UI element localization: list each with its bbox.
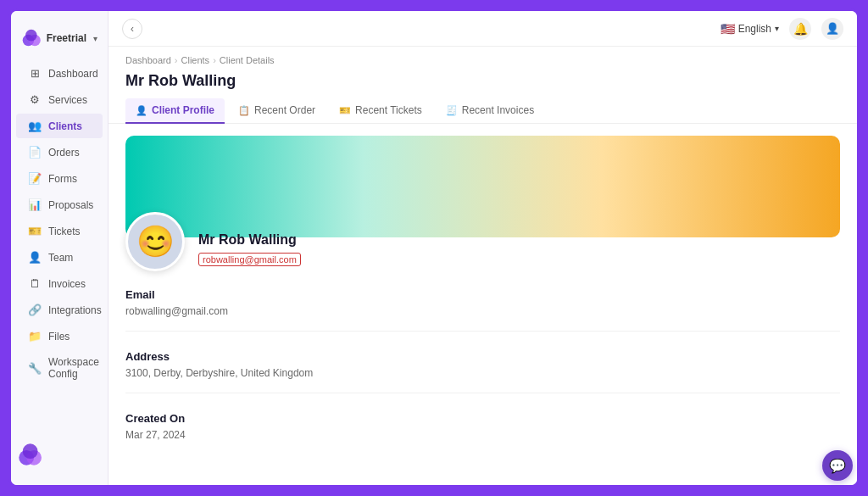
profile-avatar: 😊 — [125, 212, 185, 271]
notifications-bell[interactable]: 🔔 — [789, 18, 811, 40]
language-label: English — [738, 23, 771, 35]
back-button[interactable]: ‹ — [122, 19, 142, 39]
sidebar-item-forms[interactable]: 📝 Forms — [16, 166, 103, 191]
main-content: ‹ 🇺🇸 English ▾ 🔔 👤 Dashboard › — [108, 11, 857, 485]
breadcrumb-current: Client Details — [220, 55, 275, 65]
sidebar-item-orders[interactable]: 📄 Orders — [16, 140, 103, 164]
workspace-icon: 🔧 — [28, 362, 42, 375]
sidebar-chevron-icon: ▾ — [93, 34, 97, 43]
topbar-right: 🇺🇸 English ▾ 🔔 👤 — [721, 18, 843, 40]
forms-icon: 📝 — [28, 172, 42, 185]
tickets-icon: 🎫 — [28, 225, 42, 237]
detail-email-label: Email — [125, 288, 840, 301]
detail-address: Address 3100, Derby, Derbyshire, United … — [125, 350, 840, 393]
proposals-icon: 📊 — [28, 198, 42, 211]
sidebar-item-proposals[interactable]: 📊 Proposals — [16, 192, 103, 217]
tab-recent-invoices[interactable]: 🧾 Recent Invoices — [436, 98, 544, 124]
sidebar-logo-text: Freetrial — [47, 32, 86, 44]
clients-icon: 👥 — [28, 120, 42, 132]
breadcrumb-sep-1: › — [175, 55, 178, 65]
breadcrumb: Dashboard › Clients › Client Details — [108, 47, 857, 69]
chat-icon: 💬 — [829, 458, 846, 474]
detail-address-label: Address — [125, 350, 840, 363]
sidebar-label-forms: Forms — [48, 173, 77, 185]
sidebar-label-files: Files — [48, 331, 70, 343]
sidebar-label-services: Services — [48, 94, 87, 106]
profile-email-badge[interactable]: robwalling@gmail.com — [198, 253, 301, 266]
chat-bubble-button[interactable]: 💬 — [822, 450, 853, 481]
sidebar-bottom-logo — [18, 443, 42, 466]
services-icon: ⚙ — [28, 93, 42, 106]
sidebar-item-clients[interactable]: 👥 Clients — [16, 114, 103, 138]
detail-email-value: robwalling@gmail.com — [125, 305, 840, 317]
page-content: Dashboard › Clients › Client Details Mr … — [108, 47, 857, 485]
logo-icon — [21, 26, 42, 50]
sidebar-item-workspace-config[interactable]: 🔧 Workspace Config — [16, 350, 103, 386]
breadcrumb-clients[interactable]: Clients — [181, 55, 210, 65]
profile-name: Mr Rob Walling — [198, 232, 301, 248]
detail-address-value: 3100, Derby, Derbyshire, United Kingdom — [125, 367, 840, 379]
tab-recent-tickets[interactable]: 🎫 Recent Tickets — [329, 98, 432, 124]
sidebar-label-workspace: Workspace Config — [48, 356, 99, 380]
page-title: Mr Rob Walling — [108, 69, 857, 98]
tab-client-profile-icon: 👤 — [136, 105, 147, 116]
sidebar-bottom — [11, 436, 108, 476]
invoices-icon: 🗒 — [28, 277, 42, 290]
bell-icon: 🔔 — [793, 22, 808, 36]
topbar: ‹ 🇺🇸 English ▾ 🔔 👤 — [108, 11, 857, 47]
language-selector[interactable]: 🇺🇸 English ▾ — [721, 22, 779, 36]
tab-recent-tickets-label: Recent Tickets — [355, 104, 422, 116]
breadcrumb-sep-2: › — [213, 55, 216, 65]
orders-icon: 📄 — [28, 146, 42, 159]
sidebar-label-clients: Clients — [48, 120, 82, 132]
profile-info: Mr Rob Walling robwalling@gmail.com — [198, 232, 301, 271]
tab-client-profile-label: Client Profile — [152, 104, 214, 116]
details-section: Email robwalling@gmail.com Address 3100,… — [108, 271, 857, 454]
detail-created-label: Created On — [125, 412, 840, 425]
tab-recent-order-label: Recent Order — [254, 104, 315, 116]
detail-email: Email robwalling@gmail.com — [125, 288, 840, 332]
files-icon: 📁 — [28, 330, 42, 343]
detail-created-on: Created On Mar 27, 2024 — [125, 412, 840, 454]
tab-recent-tickets-icon: 🎫 — [339, 105, 351, 116]
sidebar-label-invoices: Invoices — [48, 278, 86, 290]
user-avatar-icon: 👤 — [826, 22, 839, 35]
lang-chevron-icon: ▾ — [775, 24, 779, 33]
flag-icon: 🇺🇸 — [721, 22, 735, 36]
sidebar-item-integrations[interactable]: 🔗 Integrations — [16, 298, 103, 322]
sidebar-logo[interactable]: Freetrial ▾ — [11, 20, 108, 60]
sidebar-item-services[interactable]: ⚙ Services — [16, 87, 103, 112]
tab-recent-order[interactable]: 📋 Recent Order — [228, 98, 326, 124]
tab-recent-order-icon: 📋 — [238, 105, 250, 116]
sidebar-item-tickets[interactable]: 🎫 Tickets — [16, 219, 103, 243]
avatar-emoji: 😊 — [136, 224, 175, 259]
sidebar-item-invoices[interactable]: 🗒 Invoices — [16, 271, 103, 296]
svg-point-2 — [25, 30, 37, 42]
breadcrumb-dashboard[interactable]: Dashboard — [125, 55, 171, 65]
sidebar-item-team[interactable]: 👤 Team — [16, 245, 103, 270]
sidebar-item-dashboard[interactable]: ⊞ Dashboard — [16, 61, 103, 86]
sidebar-item-files[interactable]: 📁 Files — [16, 324, 103, 348]
sidebar-label-proposals: Proposals — [48, 199, 93, 211]
integrations-icon: 🔗 — [28, 304, 42, 316]
sidebar-label-integrations: Integrations — [48, 304, 102, 316]
sidebar-label-tickets: Tickets — [48, 226, 81, 237]
dashboard-icon: ⊞ — [28, 67, 42, 80]
profile-section: 😊 Mr Rob Walling robwalling@gmail.com — [108, 212, 857, 271]
sidebar-label-orders: Orders — [48, 147, 80, 159]
tabs-bar: 👤 Client Profile 📋 Recent Order 🎫 Recent… — [108, 98, 857, 124]
tab-recent-invoices-label: Recent Invoices — [462, 104, 534, 116]
svg-point-5 — [23, 443, 38, 459]
tab-recent-invoices-icon: 🧾 — [446, 105, 458, 116]
team-icon: 👤 — [28, 251, 42, 264]
detail-created-value: Mar 27, 2024 — [125, 429, 840, 441]
user-avatar-topbar[interactable]: 👤 — [821, 18, 843, 40]
sidebar-label-dashboard: Dashboard — [48, 68, 98, 80]
sidebar-label-team: Team — [48, 252, 73, 264]
sidebar: Freetrial ▾ ⊞ Dashboard ⚙ Services 👥 Cli… — [11, 11, 108, 485]
tab-client-profile[interactable]: 👤 Client Profile — [125, 98, 225, 124]
